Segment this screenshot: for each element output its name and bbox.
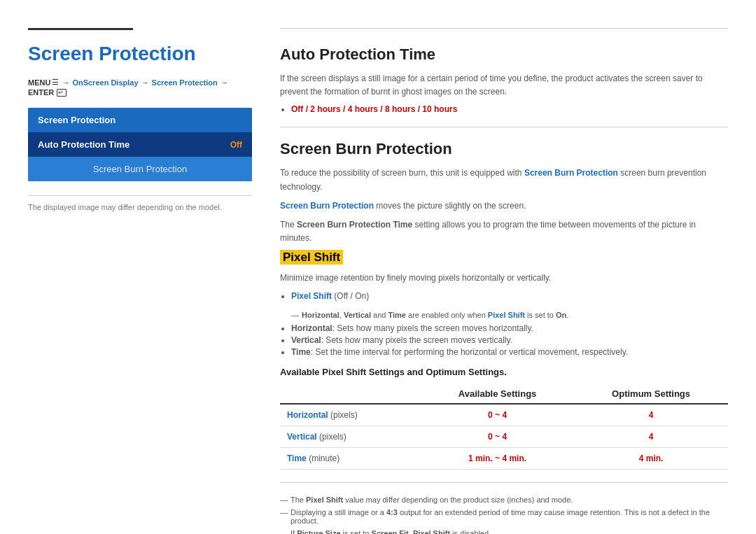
43-bold: 4:3 bbox=[386, 508, 398, 517]
horizontal-suffix: (pixels) bbox=[330, 410, 358, 420]
bottom-note-3-text: If Picture Size is set to Screen Fit, Pi… bbox=[290, 529, 491, 535]
pixel-shift-more-bullets: Horizontal: Sets how many pixels the scr… bbox=[291, 323, 728, 357]
indent-note-text: Horizontal, Vertical and Time are enable… bbox=[302, 311, 568, 319]
horizontal-bullet: Horizontal: Sets how many pixels the scr… bbox=[291, 323, 728, 333]
pixel-shift-bold-note3: Pixel Shift bbox=[413, 529, 450, 535]
table-cell-time-available: 1 min. ~ 4 min. bbox=[421, 447, 574, 469]
bottom-note-1: The Pixel Shift value may differ dependi… bbox=[280, 496, 728, 504]
arrow2: → bbox=[141, 78, 149, 87]
options-highlight: Off / 2 hours / 4 hours / 8 hours / 10 h… bbox=[291, 104, 457, 114]
page-title: Screen Protection bbox=[28, 43, 252, 65]
table-col2-header: Available Settings bbox=[421, 384, 574, 404]
pixel-shift-title: Pixel Shift bbox=[280, 251, 728, 265]
bottom-note-3: If Picture Size is set to Screen Fit, Pi… bbox=[280, 529, 728, 535]
bottom-note-2: Displaying a still image or a 4:3 output… bbox=[280, 508, 728, 525]
vertical-suffix: (pixels) bbox=[319, 432, 346, 442]
picture-size-bold: Picture Size bbox=[297, 529, 340, 535]
right-panel: Auto Protection Time If the screen displ… bbox=[280, 28, 728, 534]
horizontal-cell-label: Horizontal bbox=[287, 410, 328, 420]
auto-protection-desc: If the screen displays a still image for… bbox=[280, 72, 728, 99]
screen-burn-desc1: To reduce the possibility of screen burn… bbox=[280, 167, 728, 193]
nav-item-screen-burn-label: Screen Burn Protection bbox=[93, 164, 187, 174]
menu-symbol: ☰ bbox=[52, 78, 59, 87]
bottom-note-1-text: The Pixel Shift value may differ dependi… bbox=[290, 496, 573, 504]
screen-fit-bold: Screen Fit bbox=[372, 529, 409, 535]
auto-protection-options-list: Off / 2 hours / 4 hours / 8 hours / 10 h… bbox=[291, 104, 728, 114]
table-cell-vertical-optimum: 4 bbox=[574, 426, 728, 447]
auto-protection-options: Off / 2 hours / 4 hours / 8 hours / 10 h… bbox=[291, 104, 728, 114]
section-divider-1 bbox=[280, 127, 728, 127]
on-bold: On bbox=[556, 311, 566, 319]
screen-burn-highlight1: Screen Burn Protection bbox=[524, 168, 618, 178]
pixel-shift-indent-note: Horizontal, Vertical and Time are enable… bbox=[291, 311, 728, 319]
screen-burn-desc2: Screen Burn Protection moves the picture… bbox=[280, 199, 728, 213]
table-row-horizontal: Horizontal (pixels) 0 ~ 4 4 bbox=[280, 404, 728, 426]
top-rule bbox=[28, 28, 133, 30]
pixel-shift-table: Available Settings Optimum Settings Hori… bbox=[280, 384, 728, 470]
pixel-shift-bullets: Pixel Shift (Off / On) bbox=[291, 291, 728, 301]
pixel-shift-highlight: Pixel Shift bbox=[280, 250, 343, 265]
bottom-note-2-text: Displaying a still image or a 4:3 output… bbox=[290, 508, 728, 525]
table-title: Available Pixel Shift Settings and Optim… bbox=[280, 367, 728, 377]
vertical-cell-label: Vertical bbox=[287, 432, 317, 442]
horizontal-label: Horizontal bbox=[291, 323, 332, 333]
time-suffix: (minute) bbox=[309, 454, 340, 463]
left-panel: Screen Protection MENU ☰ → OnScreen Disp… bbox=[28, 28, 252, 534]
menu-label: MENU bbox=[28, 78, 50, 87]
vertical-bullet: Vertical: Sets how many pixels the scree… bbox=[291, 335, 728, 345]
table-row-time: Time (minute) 1 min. ~ 4 min. 4 min. bbox=[280, 447, 728, 469]
vertical-label: Vertical bbox=[291, 335, 321, 345]
onscreen-display-link[interactable]: OnScreen Display bbox=[72, 78, 138, 87]
arrow3: → bbox=[220, 78, 228, 87]
pixel-shift-desc: Minimize image retention by finely movin… bbox=[280, 272, 728, 285]
right-top-rule bbox=[280, 28, 728, 29]
table-cell-vertical-available: 0 ~ 4 bbox=[421, 426, 574, 447]
menu-path: MENU ☰ → OnScreen Display → Screen Prote… bbox=[28, 78, 252, 97]
table-cell-horizontal-available: 0 ~ 4 bbox=[421, 404, 574, 426]
model-note: The displayed image may differ depending… bbox=[28, 203, 252, 211]
screen-burn-time-bold: Screen Burn Protection Time bbox=[297, 220, 412, 230]
time-cell-label: Time bbox=[287, 454, 307, 463]
table-cell-horizontal-optimum: 4 bbox=[574, 404, 728, 426]
pixel-shift-bullet1: Pixel Shift (Off / On) bbox=[291, 291, 728, 301]
auto-protection-title: Auto Protection Time bbox=[280, 45, 728, 64]
nav-box-header: Screen Protection bbox=[28, 108, 252, 132]
screen-burn-title: Screen Burn Protection bbox=[280, 140, 728, 158]
screen-burn-desc3: The Screen Burn Protection Time setting … bbox=[280, 218, 728, 245]
horizontal-bold: Horizontal bbox=[302, 311, 340, 319]
nav-item-auto-protection[interactable]: Auto Protection Time Off bbox=[28, 132, 252, 157]
table-row-vertical: Vertical (pixels) 0 ~ 4 4 bbox=[280, 426, 728, 447]
screen-burn-highlight2: Screen Burn Protection bbox=[280, 201, 374, 211]
nav-item-auto-protection-label: Auto Protection Time bbox=[38, 139, 130, 150]
table-col3-header: Optimum Settings bbox=[574, 384, 728, 404]
table-cell-horizontal-label: Horizontal (pixels) bbox=[280, 404, 421, 426]
nav-box: Screen Protection Auto Protection Time O… bbox=[28, 108, 252, 181]
enter-icon bbox=[57, 89, 66, 97]
table-col1-header bbox=[280, 384, 421, 404]
time-bullet: Time: Set the time interval for performi… bbox=[291, 347, 728, 357]
time-label: Time bbox=[291, 347, 311, 357]
nav-item-screen-burn[interactable]: Screen Burn Protection bbox=[28, 157, 252, 181]
bottom-notes: The Pixel Shift value may differ dependi… bbox=[280, 496, 728, 535]
time-bold: Time bbox=[388, 311, 406, 319]
divider-rule bbox=[28, 195, 252, 196]
vertical-bold: Vertical bbox=[344, 311, 371, 319]
pixel-shift-inline: Pixel Shift bbox=[488, 311, 525, 319]
table-cell-vertical-label: Vertical (pixels) bbox=[280, 426, 421, 447]
nav-item-auto-protection-badge: Off bbox=[230, 140, 242, 150]
pixel-shift-bold-note1: Pixel Shift bbox=[306, 496, 343, 504]
pixel-shift-bullet1-highlight: Pixel Shift bbox=[291, 291, 332, 301]
screen-protection-link[interactable]: Screen Protection bbox=[152, 78, 218, 87]
enter-label: ENTER bbox=[28, 88, 54, 97]
table-cell-time-label: Time (minute) bbox=[280, 447, 421, 469]
table-cell-time-optimum: 4 min. bbox=[574, 447, 728, 469]
arrow1: → bbox=[62, 78, 69, 87]
section-divider-2 bbox=[280, 482, 728, 483]
